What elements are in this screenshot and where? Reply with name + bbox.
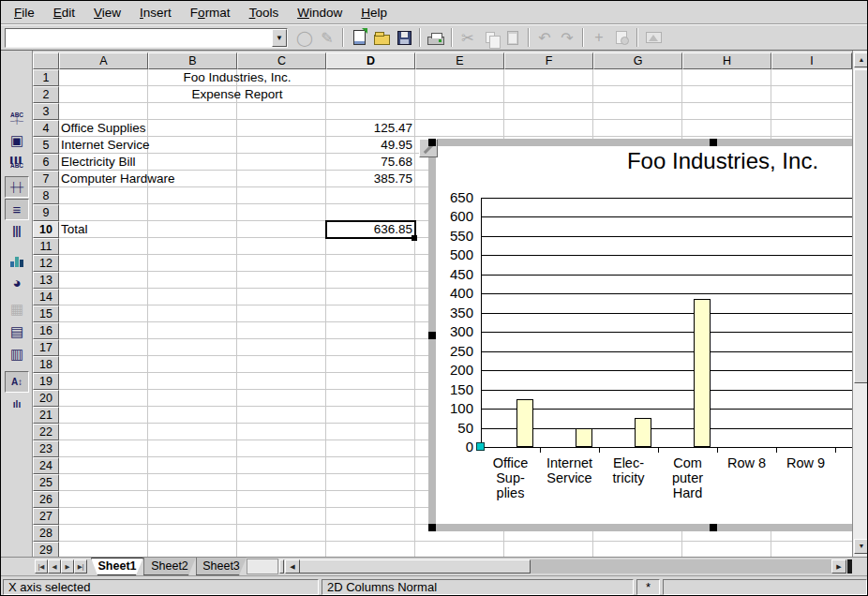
column-header-B[interactable]: B bbox=[148, 52, 237, 69]
redo-button[interactable]: ↷ bbox=[556, 26, 578, 49]
x-axis-category-label[interactable]: Row 8 bbox=[717, 455, 776, 470]
x-axis-category-label[interactable]: Elec-tricity bbox=[599, 455, 658, 485]
scroll-down-icon[interactable]: ▼ bbox=[854, 539, 868, 554]
column-header-E[interactable]: E bbox=[415, 52, 504, 69]
row-header-24[interactable]: 24 bbox=[33, 457, 59, 474]
row-header-12[interactable]: 12 bbox=[33, 255, 59, 272]
column-header-H[interactable]: H bbox=[682, 52, 771, 69]
row-header-29[interactable]: 29 bbox=[33, 542, 59, 557]
row-header-22[interactable]: 22 bbox=[33, 424, 59, 440]
chart-bar[interactable] bbox=[694, 299, 711, 447]
menu-insert[interactable]: Insert bbox=[130, 3, 181, 22]
row-header-1[interactable]: 1 bbox=[33, 69, 59, 86]
horizontal-grid-on-off-button[interactable]: ≡ bbox=[5, 199, 29, 220]
chart-data-table-button[interactable]: ▦ bbox=[5, 298, 29, 320]
menu-view[interactable]: View bbox=[84, 3, 130, 22]
row-header-21[interactable]: 21 bbox=[33, 407, 59, 424]
scroll-left-icon[interactable]: ◀ bbox=[285, 559, 300, 574]
row-header-19[interactable]: 19 bbox=[33, 373, 59, 390]
x-axis-category-label[interactable]: ComputerHard bbox=[658, 455, 717, 500]
row-header-8[interactable]: 8 bbox=[33, 187, 59, 204]
chart-resize-handle-bottom-center[interactable] bbox=[710, 524, 717, 531]
menu-help[interactable]: Help bbox=[352, 3, 397, 22]
horizontal-scrollbar[interactable] bbox=[285, 559, 831, 574]
next-sheet-button[interactable]: ▶ bbox=[61, 559, 74, 574]
stop-loading-button[interactable]: ◯ bbox=[293, 26, 316, 49]
chart-bar[interactable] bbox=[516, 399, 533, 447]
row-header-13[interactable]: 13 bbox=[33, 272, 59, 289]
column-header-A[interactable]: A bbox=[59, 52, 148, 69]
open-button[interactable] bbox=[370, 26, 393, 49]
row-header-11[interactable]: 11 bbox=[33, 238, 59, 255]
row-header-16[interactable]: 16 bbox=[33, 322, 59, 339]
row-header-23[interactable]: 23 bbox=[33, 440, 59, 457]
chart-x-axis[interactable] bbox=[481, 447, 852, 448]
row-header-20[interactable]: 20 bbox=[33, 390, 59, 407]
chart-resize-handle-top-center[interactable] bbox=[710, 139, 717, 146]
previous-sheet-button[interactable]: ◀ bbox=[48, 559, 61, 574]
tab-sheet3[interactable]: Sheet3 bbox=[196, 558, 247, 575]
row-header-5[interactable]: 5 bbox=[33, 137, 59, 154]
combo-dropdown-icon[interactable]: ▼ bbox=[272, 29, 287, 47]
row-header-18[interactable]: 18 bbox=[33, 356, 59, 373]
menu-tools[interactable]: Tools bbox=[240, 3, 289, 22]
select-all-corner[interactable] bbox=[33, 52, 59, 69]
x-axis-category-label[interactable]: InternetService bbox=[540, 455, 599, 485]
row-header-2[interactable]: 2 bbox=[33, 86, 59, 103]
tab-scrollbar-splitter[interactable] bbox=[279, 559, 284, 574]
embedded-chart-object[interactable]: Foo Industries, Inc.05010015020025030035… bbox=[428, 139, 852, 531]
row-header-9[interactable]: 9 bbox=[33, 204, 59, 221]
new-document-button[interactable] bbox=[348, 26, 370, 49]
menu-window[interactable]: Window bbox=[288, 3, 352, 22]
data-in-rows-button[interactable]: ▤ bbox=[5, 320, 29, 342]
chart-y-axis[interactable] bbox=[481, 198, 482, 448]
axes-titles-on-off-button[interactable]: ▌▌▌ABC bbox=[5, 152, 29, 173]
data-in-columns-button[interactable]: ▥ bbox=[5, 343, 29, 365]
load-url-combo[interactable]: ▼ bbox=[5, 28, 288, 48]
scroll-right-icon[interactable]: ▶ bbox=[831, 559, 846, 574]
edit-file-button[interactable]: ✎ bbox=[316, 26, 338, 49]
vertical-scrollbar[interactable]: ▲ ▼ bbox=[852, 51, 868, 557]
cell-fill-handle[interactable] bbox=[412, 235, 417, 241]
vertical-scroll-thumb[interactable] bbox=[854, 69, 868, 383]
chart-title-on-off-button[interactable]: ABC─┼─ bbox=[5, 107, 29, 128]
chart-bar[interactable] bbox=[635, 418, 651, 447]
menu-format[interactable]: Format bbox=[181, 3, 240, 22]
chart-resize-handle-bottom-left[interactable] bbox=[428, 524, 436, 531]
column-header-I[interactable]: I bbox=[771, 52, 852, 69]
stylist-button[interactable] bbox=[610, 26, 633, 49]
row-header-10[interactable]: 10 bbox=[33, 221, 59, 238]
row-header-4[interactable]: 4 bbox=[33, 120, 59, 137]
navigator-button[interactable]: + bbox=[588, 26, 610, 49]
first-sheet-button[interactable]: |◀ bbox=[35, 559, 48, 574]
gallery-button[interactable] bbox=[642, 26, 665, 49]
edit-chart-type-button[interactable] bbox=[5, 249, 29, 271]
tab-sheet2[interactable]: Sheet2 bbox=[143, 558, 196, 575]
last-sheet-button[interactable]: ▶| bbox=[74, 559, 87, 574]
column-header-C[interactable]: C bbox=[237, 52, 326, 69]
horizontal-scroll-thumb[interactable] bbox=[285, 559, 531, 574]
axes-descriptions-on-off-button[interactable]: ┼┼ bbox=[5, 176, 29, 198]
reorganize-chart-button[interactable]: ılı bbox=[5, 394, 29, 415]
paste-button[interactable] bbox=[501, 26, 524, 49]
column-header-D[interactable]: D bbox=[326, 52, 415, 69]
row-header-3[interactable]: 3 bbox=[33, 103, 59, 120]
x-axis-selection-handle[interactable] bbox=[476, 442, 485, 451]
row-header-17[interactable]: 17 bbox=[33, 339, 59, 356]
row-header-14[interactable]: 14 bbox=[33, 289, 59, 305]
scale-text-button[interactable]: A↕ bbox=[5, 371, 29, 393]
row-header-25[interactable]: 25 bbox=[33, 474, 59, 491]
cut-button[interactable]: ✂ bbox=[456, 26, 479, 49]
undo-button[interactable]: ↶ bbox=[533, 26, 556, 49]
row-header-28[interactable]: 28 bbox=[33, 525, 59, 542]
save-button[interactable] bbox=[393, 26, 415, 49]
row-header-26[interactable]: 26 bbox=[33, 491, 59, 508]
column-header-G[interactable]: G bbox=[593, 52, 682, 69]
chart-resize-handle-mid-left[interactable] bbox=[428, 332, 436, 339]
vertical-grid-on-off-button[interactable]: Ⅲ bbox=[5, 221, 29, 243]
print-button[interactable] bbox=[425, 26, 447, 49]
chart-resize-handle-top-left[interactable] bbox=[428, 139, 436, 146]
menu-file[interactable]: File bbox=[5, 3, 44, 22]
scroll-up-icon[interactable]: ▲ bbox=[854, 52, 868, 67]
legend-on-off-button[interactable]: ▣ bbox=[5, 129, 29, 151]
